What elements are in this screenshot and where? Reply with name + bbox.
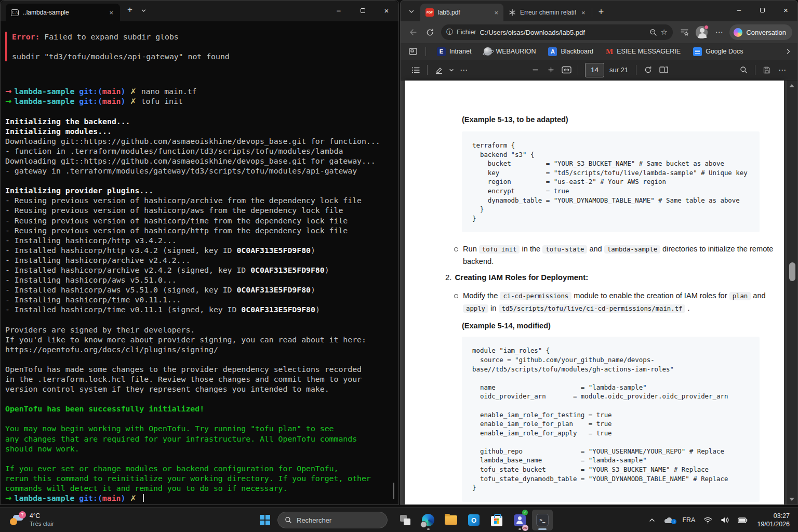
browser-window: PDF lab5.pdf × Erreur chemin relatif × +… [400,0,798,505]
cmd-icon: C:\ [11,9,19,16]
bookmarks-overflow-icon[interactable] [785,48,791,55]
taskbar-file-explorer[interactable] [441,510,461,530]
taskbar-edge[interactable] [418,510,438,530]
refresh-icon[interactable] [422,24,437,40]
fit-width-icon[interactable] [558,62,574,78]
onedrive-icon[interactable]: i [659,510,678,530]
tab-divider [592,8,592,17]
tab-lab5-pdf[interactable]: PDF lab5.pdf × [420,4,503,21]
highlighter-icon[interactable] [431,62,447,78]
taskbar-terminal[interactable]: >_ [532,510,553,530]
tray-chevron-up-icon[interactable] [645,510,659,530]
bookmark-esiee-messagerie[interactable]: M ESIEE MESSAGERIE [601,45,685,58]
taskbar-store[interactable] [486,510,507,530]
terminal-line: - Installing hashicorp/aws v5.51.0... [5,275,398,285]
terminal-line: rerun this command to reinitialize your … [5,473,398,483]
page-view-icon[interactable] [656,62,671,78]
rotate-icon[interactable] [640,62,656,78]
close-button[interactable]: × [375,1,398,20]
search-document-icon[interactable] [736,62,751,78]
battery-icon[interactable] [734,510,752,530]
minimize-button[interactable]: − [727,1,751,19]
pdf-menu-icon[interactable]: ⋯ [775,62,790,78]
windows-logo-icon [260,515,270,525]
profile-avatar[interactable] [696,26,708,39]
zoom-out-icon[interactable] [527,62,543,78]
bookmark-webaurion[interactable]: WEBAURION [479,45,540,58]
terminal-line [5,454,398,463]
bookmarks-bar: E Intranet WEBAURION A Blackboard M ESIE… [401,43,797,60]
page-number-input[interactable]: 14 [585,63,604,77]
new-tab-button[interactable]: + [595,7,607,18]
task-view-button[interactable] [395,510,416,530]
terminal-line: OpenTofu has been successfully initializ… [5,404,398,414]
address-bar[interactable]: ⓘ Fichier C:/Users/oisas/Downloads/lab5.… [441,24,673,40]
close-button[interactable]: × [774,1,797,19]
maximize-button[interactable] [351,1,375,20]
save-icon[interactable] [759,62,775,78]
tab-dropdown-icon[interactable] [141,8,147,14]
weather-widget[interactable]: 7 4°C Très clair [9,511,54,528]
bookmark-intranet[interactable]: E Intranet [432,45,476,58]
teams-icon [514,514,526,526]
terminal-line: version control system if they represent… [5,384,398,394]
copilot-button[interactable]: Conversation [729,24,792,40]
minimize-button[interactable]: − [327,1,351,20]
weather-condition: Très clair [30,520,54,527]
terminal-line [5,354,398,364]
bookmark-blackboard[interactable]: A Blackboard [543,45,598,58]
url-text[interactable]: C:/Users/oisas/Downloads/lab5.pdf [480,29,646,36]
annotation-menu-icon[interactable]: ⋯ [456,62,472,78]
close-tab-icon[interactable]: × [580,9,587,17]
favorite-star-icon[interactable]: ☆ [661,28,668,37]
tab-erreur-chemin-relatif[interactable]: Erreur chemin relatif × [503,4,591,21]
microsoft-store-icon [491,516,502,526]
error-label: Error: [12,32,39,41]
terminal-line [5,314,398,324]
toc-icon[interactable] [408,62,423,78]
terminal-line: - function in .terraform/modules/functio… [5,146,398,156]
collections-icon[interactable] [407,45,419,58]
highlighter-dropdown-icon[interactable] [447,62,456,78]
scrollbar-thumb[interactable] [789,262,795,281]
start-button[interactable] [255,510,275,530]
back-icon[interactable] [406,24,420,40]
terminal-scrollbar[interactable] [393,483,395,499]
bookmark-google-docs[interactable]: Google Docs [688,45,748,58]
new-tab-button[interactable]: + [127,5,132,15]
clock[interactable]: 03:27 19/01/2026 [752,512,798,528]
maximize-button[interactable] [751,1,774,19]
terminal-output-area[interactable]: Error: Failed to expand subdir globs sub… [1,21,398,503]
info-icon[interactable]: ⓘ [446,28,453,37]
taskbar-outlook[interactable]: O [463,510,484,530]
taskbar-teams[interactable]: ✓ AO [509,510,530,530]
pdf-scrollbar[interactable] [787,81,797,504]
browser-menu-icon[interactable]: ⋯ [712,28,726,37]
taskbar-search[interactable]: Rechercher [277,512,388,528]
zoom-indicator-icon[interactable] [649,29,657,36]
volume-icon[interactable] [716,510,734,530]
example-caption-1: (Example 5-13, to be adapted) [462,115,760,124]
scroll-down-icon[interactable] [789,498,794,501]
terminal-line [5,414,398,423]
terminal-line: → lambda-sample git:(main) ✗ tofu init [5,96,398,106]
weather-temp: 4°C [30,512,54,520]
page-total-label: sur 21 [609,66,628,74]
terminal-line: Downloading git::https://github.com/asma… [5,136,398,146]
terminal-line: - Reusing previous version of hashicorp/… [5,225,398,235]
tab-search-icon[interactable] [405,5,418,18]
teams-status-icon: ✓ [522,510,528,515]
zoom-in-icon[interactable] [543,62,558,78]
favorites-hub-icon[interactable] [677,24,691,40]
terminal-line: You may now begin working with OpenTofu.… [5,423,398,433]
terminal-line: Providers are signed by their developers… [5,325,398,335]
wifi-icon[interactable] [699,510,716,530]
pdf-viewer[interactable]: (Example 5-13, to be adapted) terraform … [401,81,797,504]
terminal-tab[interactable]: C:\ ..lambda-sample × [6,4,120,21]
close-tab-icon[interactable]: × [108,9,115,17]
close-tab-icon[interactable]: × [493,9,499,17]
taskbar: 7 4°C Très clair Rechercher O ✓ AO >_ [0,507,798,532]
scroll-up-icon[interactable] [789,84,794,87]
language-indicator[interactable]: FRA [678,510,699,530]
error-message: Failed to expand subdir globs [39,32,178,41]
